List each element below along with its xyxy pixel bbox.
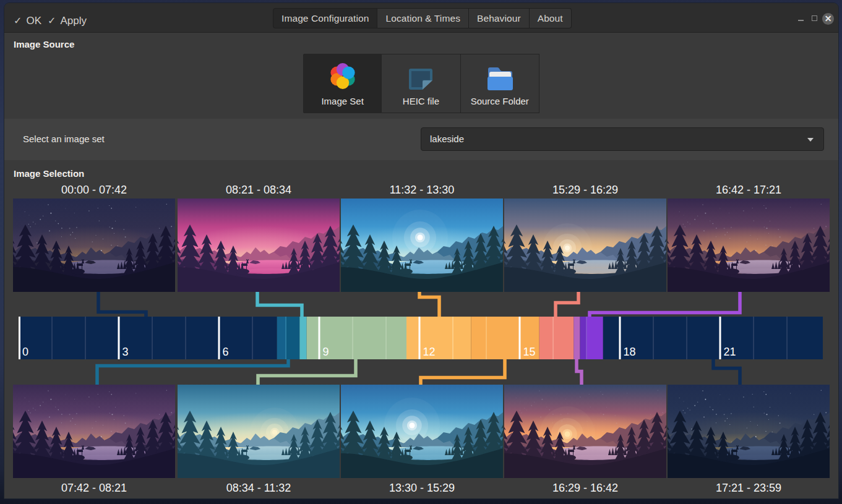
svg-text:18: 18 (624, 346, 636, 358)
svg-text:0: 0 (22, 346, 28, 358)
svg-text:21: 21 (724, 346, 736, 358)
svg-text:12: 12 (423, 346, 436, 358)
svg-text:6: 6 (223, 346, 229, 358)
svg-text:3: 3 (122, 346, 129, 358)
svg-text:15: 15 (523, 346, 536, 358)
svg-text:9: 9 (323, 346, 329, 358)
